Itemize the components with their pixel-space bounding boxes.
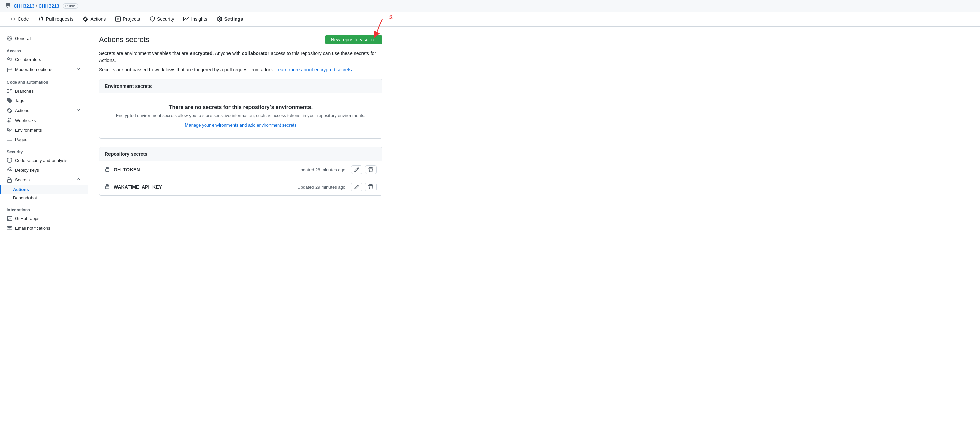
sidebar-deploy-keys-label: Deploy keys: [15, 167, 39, 173]
tab-code[interactable]: Code: [5, 12, 33, 27]
sidebar-environments-label: Environments: [15, 128, 42, 132]
desc-p2: . Anyone with: [213, 51, 242, 56]
sidebar-tags-label: Tags: [15, 98, 24, 103]
tab-insights-label: Insights: [191, 16, 207, 22]
actions-chevron-icon: [76, 107, 81, 114]
delete-secret-0-button[interactable]: [365, 165, 377, 174]
tab-projects-label: Projects: [123, 16, 140, 22]
repo-path: CHH3213 / CHH3213 Public: [5, 3, 78, 9]
sidebar-dependabot-sub[interactable]: Dependabot: [0, 194, 88, 202]
secret-row-gh-token: GH_TOKEN Updated 28 minutes ago: [99, 161, 382, 179]
tab-settings-label: Settings: [224, 16, 243, 22]
tab-pull-requests[interactable]: Pull requests: [33, 12, 78, 27]
repo-secrets-header: Repository secrets: [99, 147, 382, 161]
desc-p1: Secrets are environment variables that a…: [99, 51, 190, 56]
sidebar-security-section: Security: [0, 144, 88, 156]
manage-environments-link[interactable]: Manage your environments and add environ…: [185, 123, 297, 128]
path-separator: /: [36, 3, 37, 9]
tab-security[interactable]: Security: [145, 12, 179, 27]
visibility-badge: Public: [63, 3, 78, 9]
lock-icon-1: [105, 184, 110, 190]
top-bar: CHH3213 / CHH3213 Public: [0, 0, 980, 12]
tab-pr-label: Pull requests: [46, 16, 73, 22]
env-secrets-header: Environment secrets: [99, 80, 382, 93]
env-empty-title: There are no secrets for this repository…: [105, 104, 377, 110]
sidebar-branches-label: Branches: [15, 89, 33, 94]
secret-actions-1: [351, 183, 377, 191]
tab-insights[interactable]: Insights: [179, 12, 212, 27]
nav-tabs: Code Pull requests Actions Projects Secu…: [0, 12, 980, 27]
sidebar-dependabot-sub-label: Dependabot: [13, 195, 37, 201]
description-text: Secrets are environment variables that a…: [99, 50, 382, 64]
sidebar-integrations-section: Integrations: [0, 202, 88, 214]
sidebar-access-section: Access: [0, 43, 88, 54]
sidebar-deploy-keys[interactable]: Deploy keys: [0, 165, 88, 175]
edit-secret-1-button[interactable]: [351, 183, 363, 191]
env-secrets-empty: There are no secrets for this repository…: [99, 93, 382, 139]
sidebar-github-apps-label: GitHub apps: [15, 216, 39, 221]
page-wrapper: CHH3213 / CHH3213 Public Code Pull reque…: [0, 0, 980, 433]
note-p: Secrets are not passed to workflows that…: [99, 67, 275, 72]
secret-name-1: WAKATIME_API_KEY: [113, 184, 297, 190]
sidebar-webhooks[interactable]: Webhooks: [0, 116, 88, 125]
tab-settings[interactable]: Settings 1: [212, 12, 248, 27]
secrets-chevron-icon: [76, 177, 81, 183]
repo-owner-link[interactable]: CHH3213: [14, 3, 34, 9]
repo-name-link[interactable]: CHH3213: [38, 3, 59, 9]
sidebar-collaborators[interactable]: Collaborators: [0, 54, 88, 64]
sidebar-webhooks-label: Webhooks: [15, 118, 36, 123]
sidebar-secrets-label: Secrets: [15, 177, 30, 183]
sidebar-email-notifications[interactable]: Email notifications: [0, 223, 88, 233]
sidebar-code-security[interactable]: Code security and analysis: [0, 156, 88, 165]
sidebar-general[interactable]: General: [0, 33, 88, 43]
env-secrets-box: Environment secrets There are no secrets…: [99, 79, 382, 139]
moderation-chevron-icon: [76, 66, 81, 73]
main-layout: General Access Collaborators Moderation …: [0, 27, 980, 433]
tab-actions-label: Actions: [90, 16, 106, 22]
env-empty-desc: Encrypted environment secrets allow you …: [105, 113, 377, 118]
sidebar-branches[interactable]: Branches: [0, 86, 88, 96]
sidebar-moderation[interactable]: Moderation options: [0, 64, 88, 75]
secret-updated-1: Updated 29 minutes ago: [297, 185, 345, 190]
desc-bold2: collaborator: [242, 51, 269, 56]
sidebar-github-apps[interactable]: GitHub apps: [0, 214, 88, 223]
tab-code-label: Code: [18, 16, 29, 22]
lock-icon-0: [105, 167, 110, 173]
sidebar-collaborators-label: Collaborators: [15, 57, 41, 62]
sidebar-pages[interactable]: Pages: [0, 135, 88, 144]
tab-actions[interactable]: Actions: [78, 12, 110, 27]
sidebar-actions[interactable]: Actions: [0, 105, 88, 116]
sidebar-pages-label: Pages: [15, 137, 27, 142]
learn-more-link[interactable]: Learn more about encrypted secrets.: [275, 67, 353, 72]
sidebar-tags[interactable]: Tags: [0, 96, 88, 105]
secret-actions-0: [351, 165, 377, 174]
page-header: Actions secrets New repository secret 3: [99, 35, 382, 45]
secret-name-0: GH_TOKEN: [113, 167, 297, 172]
sidebar-actions-label: Actions: [15, 108, 30, 113]
sidebar-general-label: General: [15, 36, 30, 41]
desc-bold1: encrypted: [190, 51, 213, 56]
sidebar-code-security-label: Code security and analysis: [15, 158, 67, 163]
tab-projects[interactable]: Projects: [110, 12, 145, 27]
main-content: Actions secrets New repository secret 3 …: [88, 27, 393, 433]
new-repository-secret-button[interactable]: New repository secret: [325, 35, 382, 45]
sidebar: General Access Collaborators Moderation …: [0, 27, 88, 433]
secret-updated-0: Updated 28 minutes ago: [297, 167, 345, 172]
sidebar-email-label: Email notifications: [15, 226, 51, 231]
page-title: Actions secrets: [99, 35, 150, 44]
repo-icon: [5, 3, 11, 9]
sidebar-actions-sub-label: Actions: [13, 187, 29, 192]
repo-secrets-box: Repository secrets GH_TOKEN Updated 28 m…: [99, 147, 382, 196]
delete-secret-1-button[interactable]: [365, 183, 377, 191]
sidebar-actions-sub[interactable]: Actions: [0, 185, 88, 194]
sidebar-secrets[interactable]: Secrets 2: [0, 175, 88, 185]
tab-security-label: Security: [157, 16, 174, 22]
sidebar-moderation-label: Moderation options: [15, 67, 52, 72]
edit-secret-0-button[interactable]: [351, 165, 363, 174]
sidebar-code-automation-section: Code and automation: [0, 75, 88, 86]
secret-row-wakatime: WAKATIME_API_KEY Updated 29 minutes ago: [99, 179, 382, 195]
note-text: Secrets are not passed to workflows that…: [99, 67, 382, 72]
sidebar-environments[interactable]: Environments: [0, 125, 88, 135]
